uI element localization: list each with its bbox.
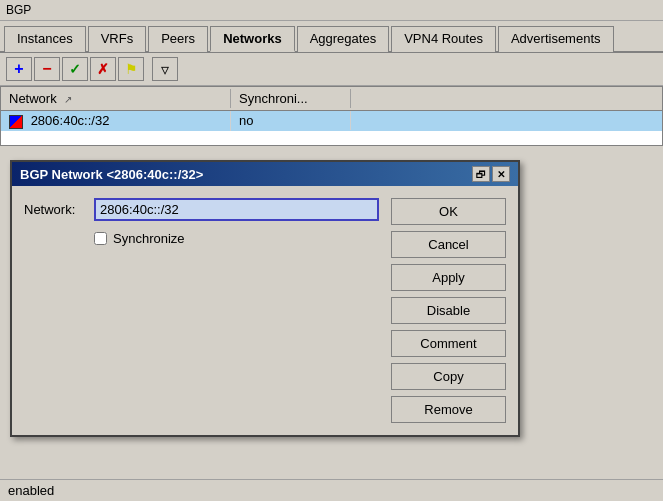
status-text: enabled <box>8 483 54 498</box>
table-cell-sync: no <box>231 111 351 130</box>
filter-button[interactable]: ▿ <box>152 57 178 81</box>
network-icon <box>9 115 23 129</box>
tab-peers[interactable]: Peers <box>148 26 208 52</box>
synchronize-label: Synchronize <box>113 231 185 246</box>
synchronize-checkbox[interactable] <box>94 232 107 245</box>
network-label: Network: <box>24 202 94 217</box>
disable-button[interactable]: Disable <box>391 297 506 324</box>
tab-aggregates[interactable]: Aggregates <box>297 26 390 52</box>
col-header-network: Network ↗ <box>1 89 231 108</box>
add-button[interactable]: + <box>6 57 32 81</box>
dialog-title-bar: BGP Network <2806:40c::/32> 🗗 ✕ <box>12 162 518 186</box>
sort-arrow-icon: ↗ <box>64 94 72 105</box>
check-button[interactable]: ✓ <box>62 57 88 81</box>
copy-button[interactable]: Copy <box>391 363 506 390</box>
network-table: Network ↗ Synchroni... 2806:40c::/32 no <box>0 86 663 146</box>
synchronize-row: Synchronize <box>94 231 379 246</box>
table-header: Network ↗ Synchroni... <box>1 87 662 111</box>
title-bar-label: BGP <box>6 3 31 17</box>
dialog-title-buttons: 🗗 ✕ <box>472 166 510 182</box>
toolbar: + − ✓ ✗ ⚑ ▿ <box>0 53 663 86</box>
col-header-sync: Synchroni... <box>231 89 351 108</box>
tab-vrfs[interactable]: VRFs <box>88 26 147 52</box>
ok-button[interactable]: OK <box>391 198 506 225</box>
title-bar: BGP <box>0 0 663 21</box>
tab-instances[interactable]: Instances <box>4 26 86 52</box>
table-cell-network: 2806:40c::/32 <box>1 111 231 131</box>
tab-networks[interactable]: Networks <box>210 26 295 52</box>
table-row[interactable]: 2806:40c::/32 no <box>1 111 662 131</box>
cancel-button[interactable]: Cancel <box>391 231 506 258</box>
status-bar: enabled <box>0 479 663 501</box>
comment-button[interactable]: Comment <box>391 330 506 357</box>
dialog-form: Network: Synchronize <box>24 198 379 423</box>
remove-button[interactable]: Remove <box>391 396 506 423</box>
apply-button[interactable]: Apply <box>391 264 506 291</box>
cross-button[interactable]: ✗ <box>90 57 116 81</box>
tab-advertisements[interactable]: Advertisements <box>498 26 614 52</box>
network-field-row: Network: <box>24 198 379 221</box>
network-input[interactable] <box>94 198 379 221</box>
dialog-buttons: OK Cancel Apply Disable Comment Copy Rem… <box>391 198 506 423</box>
tab-vpn4routes[interactable]: VPN4 Routes <box>391 26 496 52</box>
flag-button[interactable]: ⚑ <box>118 57 144 81</box>
tab-bar: Instances VRFs Peers Networks Aggregates… <box>0 21 663 53</box>
dialog-restore-button[interactable]: 🗗 <box>472 166 490 182</box>
dialog-title: BGP Network <2806:40c::/32> <box>20 167 203 182</box>
dialog-close-button[interactable]: ✕ <box>492 166 510 182</box>
dialog-body: Network: Synchronize OK Cancel Apply Dis… <box>12 186 518 435</box>
bgp-network-dialog: BGP Network <2806:40c::/32> 🗗 ✕ Network:… <box>10 160 520 437</box>
remove-button[interactable]: − <box>34 57 60 81</box>
